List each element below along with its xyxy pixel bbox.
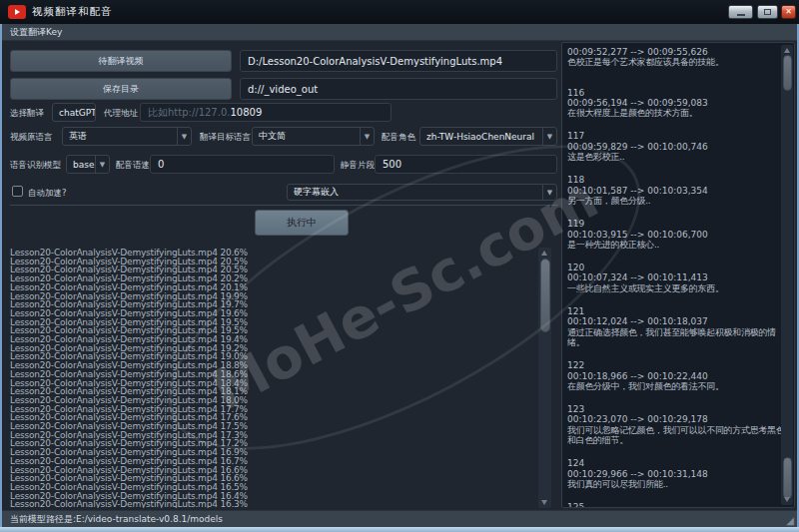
title-bar: 视频翻译和配音 ✕ [0,0,799,24]
chevron-down-icon: ▼ [542,185,556,200]
subtitle-text: 在颜色分级中，我们对颜色的看法不同。 [567,381,793,391]
subtitle-text: 这是色彩校正.. [567,152,793,162]
subtitle-text: 通过正确选择颜色，我们甚至能够唤起积极和消极的情绪。 [567,327,793,348]
main-content: 待翻译视频 D:/Lesson20-ColorAnalysisV-Demysti… [2,41,797,510]
status-bar: 当前模型路径是:E:/video-translate-v0.8.1/models… [2,510,797,527]
subtitle-index: 125 [567,502,793,508]
auto-accel-label: 自动加速? [28,188,67,200]
subtitle-index: 118 [567,175,793,185]
model-select[interactable]: base ▼ [66,155,110,174]
proxy-placeholder: 比如http://127.0. [148,106,230,120]
subtitle-block: 11800:10:01,587 --> 00:10:03,354另一方面，颜色分… [567,175,793,206]
menu-bar: 设置翻译Key [2,24,797,41]
subtitle-scrollbar-thumb[interactable] [783,457,792,499]
scroll-up-icon[interactable] [541,251,547,256]
subtitle-list: 00:09:52,277 --> 00:09:55,626色校正是每个艺术家都应… [567,47,793,508]
subtitle-block: 11900:10:03,915 --> 00:10:06,700是一种先进的校正… [567,219,793,250]
subtitle-block: 11600:09:56,194 --> 00:09:59,083在很大程度上是颜… [567,88,793,119]
subtitle-text: 另一方面，颜色分级.. [567,196,793,206]
window-border-bottom [0,527,799,532]
subtitle-block: 12200:10:18,966 --> 00:10:22,440在颜色分级中，我… [567,360,793,391]
subtitle-index: 122 [567,360,793,370]
subtitle-scrollbar-button[interactable] [783,55,792,91]
save-dir-value: d://_video_out [248,84,318,95]
silence-label: 静音片段 [341,160,375,172]
scroll-down-icon[interactable] [541,500,547,505]
source-lang-select[interactable]: 英语 ▼ [62,127,192,146]
model-label: 语音识别模型 [10,160,61,172]
proxy-input[interactable]: 比如http://127.0.10809 [140,103,392,122]
log-scrollbar-thumb[interactable] [540,259,550,332]
app-play-icon [8,5,26,19]
run-button[interactable]: 执行中 [255,210,349,236]
subtitle-index: 121 [567,306,793,316]
subtitle-text: 是一种先进的校正核心.. [567,240,793,250]
translator-select[interactable]: chatGPT ▼ [52,103,96,122]
subtitle-timecode: 00:10:03,915 --> 00:10:06,700 [567,230,793,240]
subtitle-text: 我们可以忽略记忆颜色，我们可以以不同的方式思考黑色和白色的细节。 [567,425,793,446]
subtitle-index: 120 [567,263,793,272]
speed-input[interactable]: 0 [150,155,335,174]
video-path-input[interactable]: D:/Lesson20-ColorAnalysisV-DemystifyingL… [240,50,557,72]
translator-label: 选择翻译 [10,108,44,120]
subtitle-timecode: 00:10:12,024 --> 00:10:18,037 [567,316,793,326]
voice-role-value: zh-TW-HsiaoChenNeural [426,132,534,142]
subtitle-index: 124 [567,458,793,468]
source-lang-value: 英语 [69,130,87,143]
proxy-value: 10809 [230,107,262,118]
subtitle-index: 116 [567,88,793,98]
translator-value: chatGPT [59,108,96,118]
log-list[interactable]: Lesson20-ColorAnalysisV-DemystifyingLuts… [10,249,537,508]
silence-input[interactable]: 500 [375,155,557,174]
subtitle-timecode: 00:09:56,194 --> 00:09:59,083 [567,98,793,108]
form-divider [10,205,557,206]
subtitle-timecode: 00:10:07,324 --> 00:10:11,413 [567,272,793,282]
subtitle-block: 12500:10:31,700 --> 00:10:34,167 [567,502,793,508]
menu-item-settings-key[interactable]: 设置翻译Key [2,26,70,39]
subtitle-text: 我们真的可以尽我们所能.. [567,479,793,489]
auto-accel-checkbox[interactable] [12,186,23,197]
speed-label: 配音语速 [116,160,150,172]
subtitle-text: 一些比自然主义或现实主义更多的东西。 [567,283,793,293]
window-title: 视频翻译和配音 [32,5,113,19]
target-lang-label: 翻译目标语言 [200,132,251,144]
subtitle-timecode: 00:10:01,587 --> 00:10:03,354 [567,186,793,196]
subtitle-block: 12000:10:07,324 --> 00:10:11,413一些比自然主义或… [567,263,793,293]
proxy-label: 代理地址 [104,108,138,120]
scroll-up-icon[interactable] [784,48,790,53]
close-button[interactable]: ✕ [781,5,796,19]
resize-grip-icon[interactable]: ◢ [786,515,794,526]
hard-subtitle-value: 硬字幕嵌入 [294,186,339,199]
save-dir-button[interactable]: 保存目录 [10,78,232,100]
model-value: base [73,160,94,170]
chevron-down-icon: ▼ [542,128,556,145]
log-scrollbar[interactable] [538,248,551,508]
hard-subtitle-select[interactable]: 硬字幕嵌入 ▼ [287,184,557,201]
save-dir-input[interactable]: d://_video_out [240,78,557,100]
silence-value: 500 [383,159,401,170]
chevron-down-icon: ▼ [177,128,191,145]
target-lang-select[interactable]: 中文简 ▼ [252,127,375,146]
subtitle-block: 12400:10:29,966 --> 00:10:31,148我们真的可以尽我… [567,458,793,489]
subtitle-scrollbar[interactable] [781,45,793,505]
model-path-status: 当前模型路径是:E:/video-translate-v0.8.1/models [2,513,223,526]
subtitle-block: 12100:10:12,024 --> 00:10:18,037通过正确选择颜色… [567,306,793,347]
chevron-down-icon: ▼ [360,128,374,145]
subtitle-timecode: 00:10:29,966 --> 00:10:31,148 [567,469,793,479]
subtitle-index: 123 [567,404,793,414]
subtitle-timecode: 00:10:23,070 --> 00:10:29,178 [567,414,793,424]
select-video-button[interactable]: 待翻译视频 [10,50,232,72]
minimize-icon [737,14,745,16]
subtitle-text: 在很大程度上是颜色的技术方面。 [567,108,793,118]
subtitle-index: 119 [567,219,793,229]
target-lang-value: 中文简 [259,130,286,143]
minimize-button[interactable] [728,5,753,19]
scroll-down-icon[interactable] [784,497,790,502]
subtitle-timecode: 00:09:59,829 --> 00:10:00,746 [567,142,793,152]
maximize-button[interactable] [757,5,778,19]
speed-value: 0 [158,159,164,170]
video-path-value: D:/Lesson20-ColorAnalysisV-DemystifyingL… [248,56,502,67]
subtitle-panel[interactable]: 00:09:52,277 --> 00:09:55,626色校正是每个艺术家都应… [561,42,795,508]
subtitle-block: 12300:10:23,070 --> 00:10:29,178我们可以忽略记忆… [567,404,793,445]
voice-role-select[interactable]: zh-TW-HsiaoChenNeural ▼ [419,127,557,146]
